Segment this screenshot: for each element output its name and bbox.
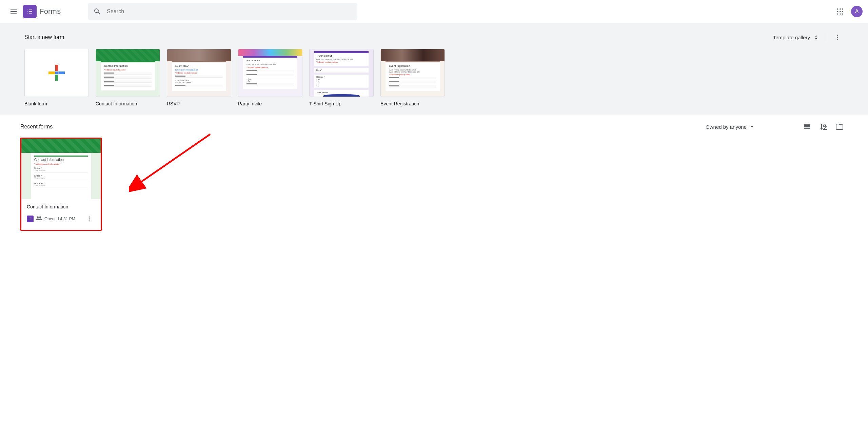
template-label: Party Invite [238, 101, 302, 106]
sort-az-icon [819, 123, 827, 131]
template-contact-information[interactable]: Contact information * Indicates required… [96, 49, 160, 106]
hamburger-icon [9, 7, 18, 16]
svg-point-3 [837, 11, 839, 12]
owner-filter-dropdown[interactable]: Owned by anyone [706, 123, 755, 130]
template-label: RSVP [167, 101, 231, 106]
separator [827, 33, 827, 42]
templates-row: Blank form Contact information * Indicat… [0, 49, 868, 106]
app-header: Forms A [0, 0, 868, 23]
template-party-invite[interactable]: Party Invite Lorem ipsum dolor sit amet … [238, 49, 302, 106]
search-input[interactable] [107, 8, 352, 15]
forms-file-icon [27, 216, 34, 222]
recent-card-0[interactable]: Contact information * Indicates required… [20, 138, 102, 231]
shared-icon [36, 215, 42, 223]
dropdown-arrow-icon [749, 123, 755, 130]
template-rsvp[interactable]: Event RSVP Lorem ipsum event details lin… [167, 49, 231, 106]
template-blank[interactable]: Blank form [24, 49, 89, 106]
open-file-picker-button[interactable] [835, 123, 844, 131]
search-icon [93, 7, 101, 16]
template-label: T-Shirt Sign Up [309, 101, 374, 106]
avatar-initial: A [855, 8, 859, 15]
template-event-registration[interactable]: Event registration Event Timing: January… [380, 49, 445, 106]
kebab-icon [834, 34, 841, 41]
unfold-icon [813, 34, 820, 41]
svg-point-19 [88, 220, 90, 221]
svg-point-18 [88, 218, 90, 219]
template-gallery-button[interactable]: Template gallery [770, 32, 823, 43]
template-gallery-label: Template gallery [773, 35, 810, 40]
svg-rect-13 [55, 75, 58, 81]
forms-logo-icon [23, 5, 37, 18]
list-view-icon [803, 123, 811, 131]
svg-point-11 [837, 39, 838, 40]
opened-timestamp: Opened 4:31 PM [44, 217, 75, 221]
svg-point-7 [840, 14, 841, 15]
svg-point-9 [837, 35, 838, 36]
google-apps-button[interactable] [832, 3, 848, 20]
svg-rect-14 [48, 72, 55, 74]
svg-point-0 [837, 8, 839, 10]
search-bar[interactable] [88, 3, 357, 20]
apps-grid-icon [836, 8, 844, 15]
template-label: Event Registration [380, 101, 445, 106]
template-label: Blank form [24, 101, 89, 106]
template-label: Contact Information [96, 101, 160, 106]
templates-more-button[interactable] [831, 31, 844, 43]
svg-point-4 [840, 11, 841, 12]
templates-section-title: Start a new form [24, 34, 64, 40]
svg-point-6 [837, 14, 839, 15]
template-tshirt-signup[interactable]: T-Shirt Sign Up Enter your name and size… [309, 49, 374, 106]
recent-section-title: Recent forms [20, 124, 53, 130]
svg-rect-12 [55, 65, 58, 71]
plus-icon [46, 62, 67, 84]
app-name: Forms [39, 7, 61, 16]
recent-form-name: Contact Information [27, 204, 95, 209]
owner-filter-label: Owned by anyone [706, 124, 747, 130]
kebab-icon [86, 216, 93, 222]
svg-point-8 [842, 14, 844, 15]
recent-section: Recent forms Owned by anyone Co [0, 115, 868, 239]
recent-item-more-button[interactable] [83, 213, 95, 225]
logo-area[interactable]: Forms [23, 5, 61, 18]
svg-point-10 [837, 37, 838, 38]
svg-rect-15 [58, 72, 65, 74]
list-view-button[interactable] [803, 123, 811, 131]
account-avatar[interactable]: A [851, 6, 863, 17]
svg-rect-16 [55, 72, 58, 74]
svg-point-1 [840, 8, 841, 10]
recent-thumbnail: Contact information * Indicates required… [21, 139, 101, 199]
main-menu-button[interactable] [5, 3, 22, 20]
svg-point-2 [842, 8, 844, 10]
sort-button[interactable] [819, 123, 827, 131]
svg-point-17 [88, 217, 90, 218]
folder-icon [835, 123, 844, 131]
templates-section: Start a new form Template gallery Blank … [0, 23, 868, 115]
svg-point-5 [842, 11, 844, 12]
